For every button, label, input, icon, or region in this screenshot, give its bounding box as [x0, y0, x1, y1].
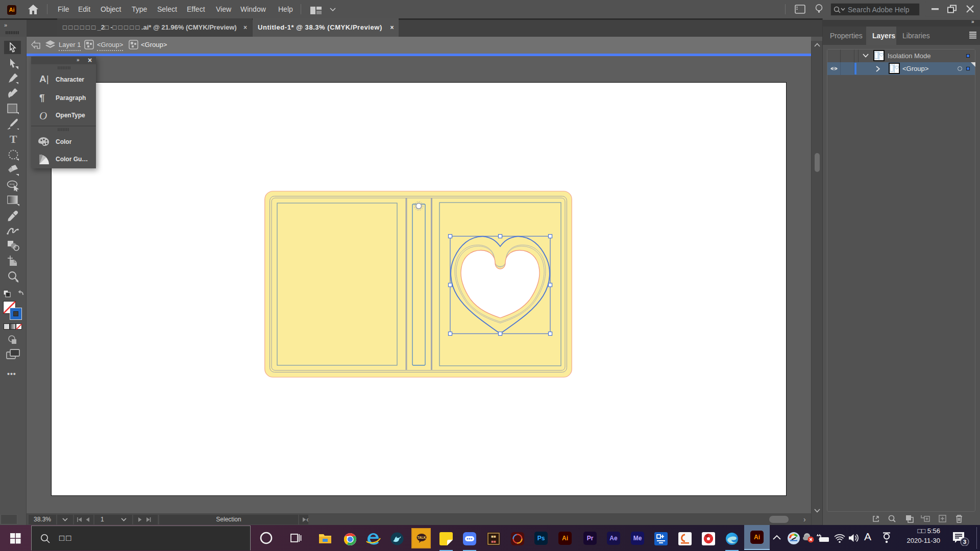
svg-text:TALK: TALK [418, 536, 426, 539]
svg-text:■■: ■■ [491, 539, 496, 544]
svg-text:■■: ■■ [491, 534, 496, 539]
svg-text:3: 3 [963, 539, 966, 545]
